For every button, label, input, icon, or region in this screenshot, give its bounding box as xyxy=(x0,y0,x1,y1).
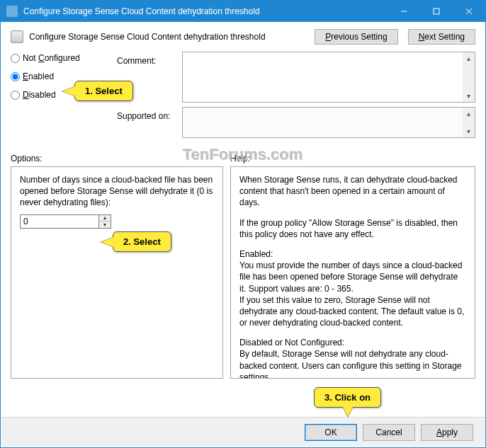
cancel-button[interactable]: Cancel xyxy=(363,424,415,441)
section-labels: Options: Help: xyxy=(11,154,475,163)
options-description: Number of days since a cloud-backed file… xyxy=(20,174,214,209)
window-title: Configure Storage Sense Cloud Content de… xyxy=(23,6,388,16)
help-panel: When Storage Sense runs, it can dehydrat… xyxy=(230,166,475,379)
next-setting-button[interactable]: Next Setting xyxy=(408,29,475,45)
enabled-label[interactable]: Enabled xyxy=(23,71,54,81)
scroll-up-icon[interactable]: ▴ xyxy=(463,108,475,120)
callout-1: 1. Select xyxy=(74,81,133,101)
svg-rect-1 xyxy=(434,8,439,14)
scroll-down-icon[interactable]: ▾ xyxy=(463,90,475,102)
supported-on-textarea: ▴ ▾ xyxy=(182,107,475,138)
header-row: Configure Storage Sense Cloud Content de… xyxy=(11,29,475,45)
help-text: Enabled:You must provide the number of d… xyxy=(239,248,466,328)
spinner-up-button[interactable]: ▲ xyxy=(99,215,111,222)
minimize-button[interactable] xyxy=(388,1,420,22)
scrollbar[interactable]: ▴ ▾ xyxy=(463,52,475,102)
spinner-down-button[interactable]: ▼ xyxy=(99,222,111,228)
options-section-label: Options: xyxy=(11,154,230,163)
previous-setting-button[interactable]: Previous Setting xyxy=(315,29,397,45)
close-button[interactable] xyxy=(453,1,485,22)
window-controls xyxy=(388,1,485,22)
titlebar: Configure Storage Sense Cloud Content de… xyxy=(1,1,485,22)
disabled-radio[interactable] xyxy=(11,91,20,100)
dialog-button-bar: OK Cancel Apply xyxy=(1,417,485,447)
policy-icon xyxy=(11,30,23,43)
help-text: Disabled or Not Configured:By default, S… xyxy=(239,337,466,379)
maximize-button[interactable] xyxy=(420,1,453,22)
ok-button[interactable]: OK xyxy=(305,424,357,441)
scroll-up-icon[interactable]: ▴ xyxy=(463,52,475,64)
gpo-dialog-window: Configure Storage Sense Cloud Content de… xyxy=(0,0,486,448)
help-section-label: Help: xyxy=(230,154,475,163)
callout-2: 2. Select xyxy=(113,231,171,252)
supported-on-label: Supported on: xyxy=(117,107,182,138)
options-panel: Number of days since a cloud-backed file… xyxy=(11,166,223,379)
not-configured-radio[interactable] xyxy=(11,54,20,63)
app-icon xyxy=(6,6,18,17)
callout-3: 3. Click on xyxy=(314,387,381,408)
policy-title: Configure Storage Sense Cloud Content de… xyxy=(29,32,305,42)
days-input[interactable] xyxy=(21,215,98,228)
disabled-label[interactable]: Disabled xyxy=(23,90,56,100)
content-area: Configure Storage Sense Cloud Content de… xyxy=(1,22,485,379)
scroll-down-icon[interactable]: ▾ xyxy=(463,125,475,137)
enabled-radio[interactable] xyxy=(11,72,20,81)
days-spinner[interactable]: ▲ ▼ xyxy=(20,214,111,229)
scrollbar[interactable]: ▴ ▾ xyxy=(463,108,475,137)
help-text: If the group policy "Allow Storage Sense… xyxy=(239,217,466,240)
help-text: When Storage Sense runs, it can dehydrat… xyxy=(239,174,466,209)
apply-button[interactable]: Apply xyxy=(421,424,473,441)
fields-col: Comment: ▴ ▾ Supported on: ▴ xyxy=(117,52,475,142)
comment-textarea[interactable]: ▴ ▾ xyxy=(182,52,475,103)
not-configured-label[interactable]: Not Configured xyxy=(23,53,80,63)
panels-row: Number of days since a cloud-backed file… xyxy=(11,166,475,379)
